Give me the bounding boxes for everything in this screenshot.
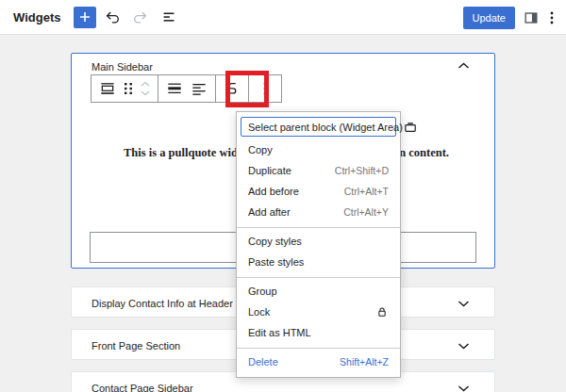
- menu-item-add-before[interactable]: Add before Ctrl+Alt+T: [237, 181, 400, 202]
- drag-handle-icon[interactable]: [120, 76, 137, 101]
- menu-section-delete: Delete Shift+Alt+Z: [237, 349, 400, 377]
- panel-title: Main Sidebar: [92, 61, 153, 73]
- pullquote-block-icon[interactable]: [95, 76, 120, 101]
- main-sidebar-panel-header[interactable]: Main Sidebar: [72, 54, 494, 74]
- panel-title: Front Page Section: [92, 340, 180, 351]
- menu-item-select-parent-block[interactable]: Select parent block (Widget Area): [241, 117, 396, 137]
- menu-item-lock[interactable]: Lock: [237, 302, 400, 322]
- menu-item-duplicate[interactable]: Duplicate Ctrl+Shift+D: [237, 160, 400, 181]
- widget-area-icon: [403, 120, 418, 135]
- chevron-down-icon: [458, 384, 470, 392]
- menu-item-edit-as-html[interactable]: Edit as HTML: [237, 322, 400, 343]
- menu-section-organize: Group Lock Edit as HTML: [237, 278, 400, 349]
- list-view-button[interactable]: [157, 5, 181, 29]
- block-options-menu: Select parent block (Widget Area) Copy D…: [236, 111, 401, 378]
- plus-icon: [77, 9, 92, 24]
- top-bar: Widgets Update: [0, 0, 566, 35]
- menu-item-copy-styles[interactable]: Copy styles: [237, 231, 400, 252]
- menu-item-group[interactable]: Group: [237, 281, 400, 302]
- lock-icon: [375, 305, 389, 318]
- redo-icon: [132, 8, 149, 25]
- align-icon[interactable]: [162, 76, 187, 101]
- sidebar-toggle-icon: [523, 9, 540, 26]
- panel-title: Contact Page Sidebar: [92, 383, 193, 392]
- kebab-menu-icon: [544, 10, 559, 25]
- toolbar-group-align: [158, 75, 216, 102]
- pullquote-text-right: on content.: [393, 146, 449, 160]
- block-mover-buttons[interactable]: [137, 76, 154, 101]
- shortcut-label: Ctrl+Shift+D: [335, 165, 389, 176]
- list-view-icon: [160, 8, 177, 25]
- undo-button[interactable]: [100, 5, 125, 29]
- toolbar-group-block: [92, 75, 158, 102]
- undo-icon: [104, 8, 121, 25]
- update-button[interactable]: Update: [463, 7, 515, 29]
- page-title: Widgets: [13, 10, 60, 24]
- menu-section-block-actions: Select parent block (Widget Area) Copy D…: [237, 112, 400, 228]
- menu-item-add-after[interactable]: Add after Ctrl+Alt+Y: [237, 202, 400, 222]
- add-block-button[interactable]: [74, 7, 96, 28]
- move-up-icon: [140, 80, 151, 97]
- redo-button[interactable]: [128, 5, 153, 29]
- menu-section-styles: Copy styles Paste styles: [237, 228, 400, 278]
- widgets-editor-screen: Widgets Update: [0, 0, 566, 392]
- top-more-options-button[interactable]: [540, 6, 564, 30]
- toolbar-group-move: [216, 75, 249, 102]
- chevron-up-icon: [458, 62, 470, 70]
- text-align-icon[interactable]: [187, 76, 211, 101]
- move-to-widget-area-icon[interactable]: [220, 76, 244, 101]
- menu-item-paste-styles[interactable]: Paste styles: [237, 252, 400, 272]
- panel-title: Display Contact Info at Header: [92, 298, 233, 309]
- options-icon[interactable]: [253, 76, 277, 101]
- menu-item-delete[interactable]: Delete Shift+Alt+Z: [237, 351, 400, 372]
- chevron-down-icon: [458, 342, 470, 350]
- chevron-down-icon: [458, 300, 470, 307]
- block-toolbar: [91, 74, 282, 103]
- toolbar-group-options: [249, 75, 281, 102]
- shortcut-label: Ctrl+Alt+Y: [343, 206, 389, 218]
- shortcut-label: Shift+Alt+Z: [340, 356, 389, 368]
- shortcut-label: Ctrl+Alt+T: [344, 186, 389, 197]
- menu-item-copy[interactable]: Copy: [237, 139, 400, 160]
